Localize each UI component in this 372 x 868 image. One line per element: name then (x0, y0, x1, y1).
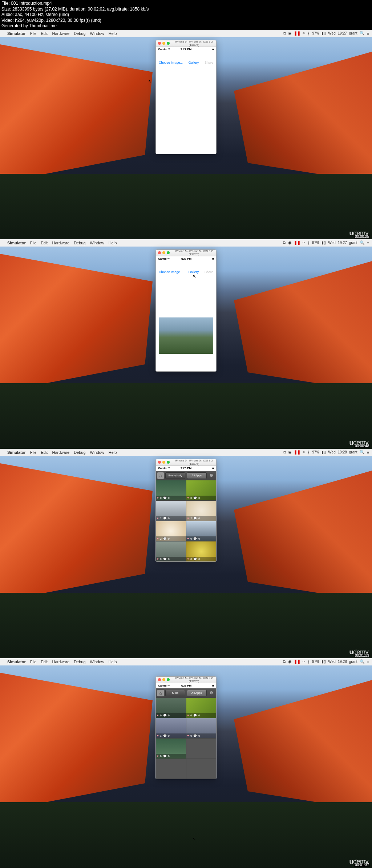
segment-right-button[interactable]: All Apps (187, 690, 207, 696)
gallery-item[interactable]: ♥0 💬0 (186, 541, 217, 561)
minimize-button[interactable] (162, 251, 165, 254)
menu-window[interactable]: Window (90, 31, 104, 36)
close-button[interactable] (158, 678, 161, 681)
gallery-item[interactable]: ♥0 💬0 (156, 541, 186, 561)
clock-day[interactable]: Wed (328, 31, 335, 35)
settings-icon[interactable]: ⚙ (208, 690, 215, 696)
menu-hardware[interactable]: Hardware (52, 241, 69, 245)
gallery-item[interactable]: ♥1 💬0 (156, 718, 186, 738)
menu-hardware[interactable]: Hardware (52, 31, 69, 36)
spotlight-icon[interactable]: 🔍 (360, 31, 365, 36)
segment-left-button[interactable]: Everybody (165, 472, 185, 479)
gallery-item[interactable]: ♥2 💬0 (186, 501, 217, 521)
display-icon[interactable]: ⧉ (283, 659, 286, 664)
user-name[interactable]: grant (349, 241, 357, 245)
spotlight-icon[interactable]: 🔍 (360, 240, 365, 245)
app-name[interactable]: Simulator (7, 450, 26, 455)
bluetooth-icon[interactable]: ᚼ (307, 450, 310, 455)
user-name[interactable]: grant (349, 31, 357, 35)
pause-icon[interactable]: ❚❚ (294, 240, 300, 245)
menu-window[interactable]: Window (90, 241, 104, 245)
gallery-button[interactable]: Gallery (189, 61, 199, 64)
wifi-icon[interactable]: ⌔ (303, 660, 305, 664)
segment-right-button[interactable]: All Apps (187, 472, 207, 479)
menu-icon[interactable]: ≡ (367, 241, 369, 245)
choose-image-button[interactable]: Choose Image... (159, 270, 183, 274)
bluetooth-icon[interactable]: ᚼ (307, 241, 310, 245)
bluetooth-icon[interactable]: ᚼ (307, 31, 310, 36)
wifi-icon[interactable]: ⌔ (303, 241, 305, 245)
gallery-item[interactable]: ♥1 💬0 (156, 501, 186, 521)
menu-icon[interactable]: ≡ (367, 450, 369, 455)
menu-file[interactable]: File (30, 450, 37, 455)
record-icon[interactable]: ◉ (288, 31, 292, 36)
menu-hardware[interactable]: Hardware (52, 660, 69, 664)
zoom-button[interactable] (167, 678, 170, 681)
pause-icon[interactable]: ❚❚ (294, 659, 300, 664)
spotlight-icon[interactable]: 🔍 (360, 659, 365, 664)
gallery-item[interactable]: ♥0 💬0 (186, 718, 217, 738)
gallery-item[interactable]: ♥0 💬0 (186, 480, 217, 500)
gallery-item[interactable]: ♥0 💬0 (186, 521, 217, 541)
clock-day[interactable]: Wed (328, 450, 335, 454)
menu-debug[interactable]: Debug (74, 660, 85, 664)
menu-edit[interactable]: Edit (41, 241, 48, 245)
menu-hardware[interactable]: Hardware (52, 450, 69, 455)
share-button[interactable]: Share (205, 61, 213, 64)
spotlight-icon[interactable]: 🔍 (360, 450, 365, 455)
zoom-button[interactable] (167, 42, 170, 45)
pause-icon[interactable]: ❚❚ (294, 450, 300, 455)
record-icon[interactable]: ◉ (288, 240, 292, 245)
gallery-item[interactable]: ♥0 💬0 (156, 480, 186, 500)
minimize-button[interactable] (162, 42, 165, 45)
menu-file[interactable]: File (30, 31, 37, 36)
display-icon[interactable]: ⧉ (283, 31, 286, 36)
home-icon[interactable]: ⌂ (157, 472, 164, 479)
record-icon[interactable]: ◉ (288, 659, 292, 664)
gallery-button[interactable]: Gallery (189, 270, 199, 274)
close-button[interactable] (158, 461, 161, 464)
home-icon[interactable]: ⌂ (157, 690, 164, 696)
wifi-icon[interactable]: ⌔ (303, 31, 305, 36)
segment-left-button[interactable]: Mine (165, 690, 185, 696)
menu-window[interactable]: Window (90, 450, 104, 455)
menu-edit[interactable]: Edit (41, 660, 48, 664)
menu-debug[interactable]: Debug (74, 241, 85, 245)
gallery-item[interactable]: ♥0 💬0 (186, 698, 217, 718)
zoom-button[interactable] (167, 461, 170, 464)
gallery-item[interactable]: ♥2 💬0 (156, 521, 186, 541)
display-icon[interactable]: ⧉ (283, 450, 286, 455)
bluetooth-icon[interactable]: ᚼ (307, 660, 310, 664)
menu-help[interactable]: Help (109, 660, 117, 664)
clock-time[interactable]: 19:28 (338, 450, 347, 454)
settings-icon[interactable]: ⚙ (208, 472, 215, 479)
zoom-button[interactable] (167, 251, 170, 254)
share-button[interactable]: Share (205, 270, 213, 274)
clock-time[interactable]: 19:28 (338, 660, 347, 664)
user-name[interactable]: grant (349, 450, 357, 454)
minimize-button[interactable] (162, 461, 165, 464)
wifi-icon[interactable]: ⌔ (303, 450, 305, 455)
app-name[interactable]: Simulator (7, 31, 26, 36)
menu-file[interactable]: File (30, 241, 37, 245)
menu-edit[interactable]: Edit (41, 450, 48, 455)
menu-icon[interactable]: ≡ (367, 31, 369, 36)
minimize-button[interactable] (162, 678, 165, 681)
menu-debug[interactable]: Debug (74, 31, 85, 36)
record-icon[interactable]: ◉ (288, 450, 292, 455)
user-name[interactable]: grant (349, 660, 357, 664)
gallery-item[interactable]: ♥0 💬0 (156, 698, 186, 718)
clock-day[interactable]: Wed (328, 241, 335, 245)
app-name[interactable]: Simulator (7, 241, 26, 245)
menu-help[interactable]: Help (109, 450, 117, 455)
app-name[interactable]: Simulator (7, 660, 26, 664)
gallery-item[interactable]: ♥0 💬0 (156, 739, 186, 759)
menu-debug[interactable]: Debug (74, 450, 85, 455)
display-icon[interactable]: ⧉ (283, 240, 286, 245)
menu-help[interactable]: Help (109, 31, 117, 36)
clock-day[interactable]: Wed (328, 660, 335, 664)
close-button[interactable] (158, 42, 161, 45)
pause-icon[interactable]: ❚❚ (294, 31, 300, 36)
menu-file[interactable]: File (30, 660, 37, 664)
clock-time[interactable]: 19:27 (338, 241, 347, 245)
